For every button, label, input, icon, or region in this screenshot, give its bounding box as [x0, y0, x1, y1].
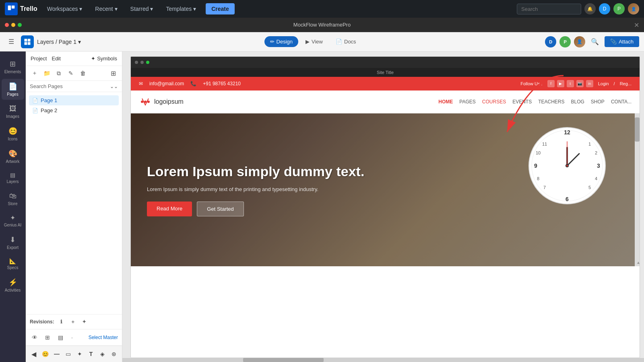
edit-button[interactable]: ✎	[66, 68, 76, 78]
copy-button[interactable]: ⧉	[54, 68, 64, 78]
read-more-button[interactable]: Read More	[147, 202, 192, 216]
wf-scrollbar[interactable]: ▲	[635, 113, 640, 266]
trello-avatar-d[interactable]: D	[599, 3, 610, 14]
attach-icon: 📎	[610, 39, 617, 45]
attach-button[interactable]: 📎 Attach	[605, 36, 639, 47]
canvas-hscrollbar[interactable]	[122, 358, 644, 362]
nav-pages[interactable]: PAGES	[459, 99, 475, 105]
sidebar-item-store[interactable]: 🛍 Store	[2, 189, 24, 209]
avatar-photo[interactable]: 👤	[574, 36, 585, 47]
close-button[interactable]: ✕	[634, 21, 639, 29]
search-button[interactable]: 🔍	[588, 35, 601, 48]
symbol-tool-2[interactable]: ⊛	[109, 348, 119, 360]
hamburger-menu[interactable]: ☰	[5, 35, 18, 48]
revision-info-button[interactable]: ℹ	[58, 318, 66, 326]
svg-text:8: 8	[537, 176, 539, 181]
export-icon: ⬇	[10, 235, 16, 244]
sidebar-item-artwork[interactable]: 🎨 Artwork	[2, 146, 24, 167]
maximize-dot[interactable]	[18, 23, 22, 27]
revision-add-button[interactable]: ＋	[69, 318, 77, 326]
canvas-area[interactable]: Site Title ✉ info@gmail.com 📞 +91 98765 …	[122, 51, 644, 362]
activities-label: Activities	[5, 288, 21, 292]
sidebar-item-genius-ai[interactable]: ✦ Genius AI	[2, 211, 24, 230]
get-started-button[interactable]: Get Started	[197, 202, 244, 216]
svg-text:9: 9	[534, 162, 537, 169]
tab-design[interactable]: ✏ Design	[264, 36, 298, 47]
svg-text:1: 1	[588, 142, 591, 146]
design-icon: ✏	[270, 39, 275, 45]
text-tool[interactable]: T	[86, 348, 96, 360]
trello-logo[interactable]: Trello	[5, 2, 37, 15]
nav-templates[interactable]: Templates ▾	[163, 4, 199, 14]
pointer-tool[interactable]: ✦	[75, 348, 85, 360]
collapse-button[interactable]: ⌄⌄	[110, 84, 118, 89]
project-title[interactable]: Layers / Page 1 ▾	[37, 39, 81, 45]
nav-workspaces[interactable]: Workspaces ▾	[44, 4, 86, 14]
email-icon: ✉	[139, 81, 143, 86]
sidebar-item-export[interactable]: ⬇ Export	[2, 232, 24, 253]
page-icon-1: 📄	[32, 98, 38, 103]
emoji-tool[interactable]: 😊	[40, 348, 50, 360]
trello-avatar-photo[interactable]: 👤	[628, 3, 639, 14]
linkedin-icon[interactable]: in	[586, 80, 593, 87]
phone-icon: 📞	[190, 81, 196, 86]
add-page-button[interactable]: ＋	[30, 68, 39, 78]
sidebar-item-images[interactable]: 🖼 Images	[2, 101, 24, 122]
sidebar-item-elements[interactable]: ⊞ Elements	[2, 56, 24, 77]
page-item-1[interactable]: 📄 Page 1	[29, 95, 119, 105]
more-options-button[interactable]: ·	[68, 337, 76, 337]
list-view-button[interactable]: ▤	[56, 333, 65, 342]
register-link[interactable]: Reg...	[620, 81, 632, 86]
login-link[interactable]: Login	[598, 81, 609, 86]
canvas-hscroll-thumb[interactable]	[243, 358, 324, 362]
nav-shop[interactable]: SHOP	[591, 99, 605, 105]
sidebar-item-specs[interactable]: 📐 Specs	[2, 255, 24, 273]
trello-avatar-notification[interactable]: 🔔	[584, 3, 596, 14]
edit-menu[interactable]: Edit	[52, 56, 60, 62]
create-button[interactable]: Create	[206, 3, 235, 14]
scroll-thumb[interactable]	[635, 117, 640, 142]
sidebar-item-activities[interactable]: ⚡ Activities	[2, 275, 24, 296]
chrome-dot-1	[135, 61, 138, 64]
folder-button[interactable]: 📁	[42, 68, 52, 78]
hero-content: Lorem Ipsum simply dummy text. Lorem Ips…	[131, 147, 380, 232]
line-tool[interactable]: —	[52, 348, 62, 360]
grid-view-button[interactable]: ⊞	[108, 68, 118, 78]
eye-view-button[interactable]: 👁	[30, 333, 39, 342]
project-menu[interactable]: Project	[31, 56, 47, 62]
main-area: ⊞ Elements 📄 Pages 🖼 Images 😊 Icons 🎨 Ar…	[0, 51, 644, 362]
nav-recent[interactable]: Recent ▾	[92, 4, 120, 14]
delete-button[interactable]: 🗑	[78, 68, 88, 78]
revision-settings-button[interactable]: ✦	[80, 318, 88, 326]
nav-starred[interactable]: Starred ▾	[127, 4, 157, 14]
nav-blog[interactable]: BLOG	[571, 99, 584, 105]
sidebar-item-layers[interactable]: ▤ Layers	[2, 169, 24, 187]
page-item-2[interactable]: 📄 Page 2	[29, 105, 119, 115]
toolbar-right: D P 👤 🔍 📎 Attach	[545, 35, 639, 48]
nav-contact[interactable]: CONTA...	[611, 99, 632, 105]
minimize-dot[interactable]	[11, 23, 15, 27]
collapse-sidebar-button[interactable]: ◀	[29, 348, 39, 360]
tab-view[interactable]: ▶ View	[300, 36, 328, 47]
mockflow-app-icon	[24, 38, 31, 45]
avatar-p[interactable]: P	[559, 36, 571, 47]
trello-search-input[interactable]	[517, 4, 581, 14]
pages-panel: Project Edit ✦ Symbols ＋ 📁 ⧉ ✎ 🗑 ⊞ Searc…	[26, 51, 122, 362]
symbols-button[interactable]: ✦ Symbols	[91, 56, 117, 62]
select-master-link[interactable]: Select Master	[89, 335, 118, 340]
trello-avatar-p[interactable]: P	[613, 3, 625, 14]
nav-home[interactable]: HOME	[438, 99, 453, 105]
page-label-2: Page 2	[41, 107, 57, 113]
rect-tool[interactable]: ▭	[63, 348, 73, 360]
avatar-d[interactable]: D	[545, 36, 556, 47]
instagram-icon[interactable]: 📷	[576, 80, 584, 87]
trello-right-controls: 🔔 D P 👤	[517, 3, 639, 14]
shape-tool-2[interactable]: ◈	[97, 348, 107, 360]
pages-toolbar: ＋ 📁 ⧉ ✎ 🗑 ⊞	[26, 66, 122, 81]
close-dot[interactable]	[5, 23, 9, 27]
revisions-label: Revisions: ℹ ＋ ✦	[30, 318, 118, 326]
sidebar-item-pages[interactable]: 📄 Pages	[2, 79, 24, 100]
grid-small-button[interactable]: ⊞	[43, 333, 52, 342]
tab-docs[interactable]: 📄 Docs	[330, 36, 362, 47]
sidebar-item-icons[interactable]: 😊 Icons	[2, 123, 24, 144]
